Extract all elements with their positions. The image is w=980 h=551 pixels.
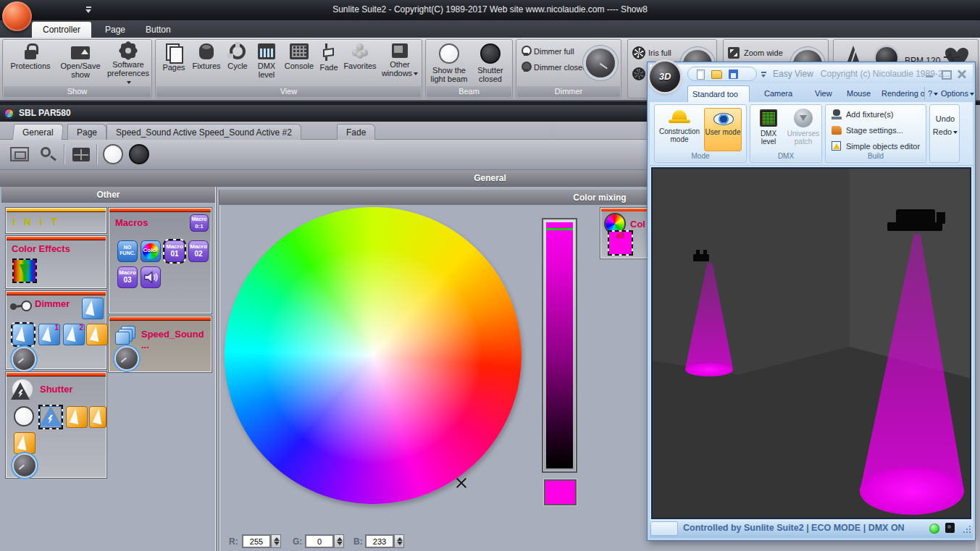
easy-view-titlebar[interactable]: Easy ViewCopyright (c) Nicolaudie 1989-2… — [650, 64, 973, 83]
color-effects-block: Color Effects — [6, 236, 106, 288]
macro-03-button[interactable]: Macro 03 — [117, 266, 138, 288]
brightness-marker[interactable] — [546, 228, 573, 230]
zoom-wide-button[interactable]: Zoom wide — [728, 49, 790, 57]
macro-no-func-button[interactable]: NO FUNC. — [117, 240, 138, 262]
pages-button[interactable]: Pages — [159, 43, 189, 72]
color-effects-icon-button[interactable] — [14, 260, 35, 282]
resize-grip[interactable] — [960, 526, 971, 536]
fixture-mini-icon[interactable] — [945, 523, 955, 533]
search-icon[interactable] — [41, 147, 51, 157]
shutter-strobe-selected-button[interactable] — [40, 406, 62, 428]
tab-page[interactable]: Page — [94, 22, 136, 38]
beam-open-toggle[interactable] — [103, 144, 123, 164]
new-document-icon[interactable] — [697, 70, 705, 80]
dimmer-knob[interactable] — [586, 49, 615, 77]
tab-controller[interactable]: Controller — [32, 22, 91, 38]
shutter-open-button[interactable] — [14, 406, 34, 426]
sbl-tab-fade[interactable]: Fade — [337, 124, 375, 140]
ev-tab-mouse[interactable]: Mouse — [839, 85, 878, 102]
cycle-button[interactable]: Cycle — [224, 43, 251, 70]
ev-group-label-build: Build — [826, 151, 925, 161]
macro-01-button-selected[interactable]: Macro 01 — [164, 240, 185, 262]
save-icon[interactable] — [729, 70, 738, 79]
ev-dmx-level-button[interactable]: DMX level — [753, 108, 784, 151]
g-spinner[interactable] — [334, 534, 344, 548]
dimmer-preset-2-button[interactable]: 2 — [63, 324, 85, 345]
brightness-slider[interactable] — [542, 218, 577, 473]
close-button[interactable] — [957, 70, 967, 78]
open-save-show-button[interactable]: Open/Save show — [56, 43, 104, 79]
app-logo-icon[interactable] — [2, 1, 32, 31]
ev-tab-view[interactable]: View — [808, 85, 839, 102]
sbl-tab-page[interactable]: Page — [67, 124, 106, 140]
color-effects-title: Color Effects — [7, 240, 106, 257]
protections-button[interactable]: Protections — [6, 43, 55, 70]
qat-dropdown-icon[interactable] — [761, 71, 767, 78]
software-preferences-button[interactable]: Software preferences — [106, 43, 151, 86]
beam-closed-toggle[interactable] — [129, 144, 149, 164]
color-wheel[interactable] — [225, 207, 522, 504]
shutter-fx1-button[interactable] — [66, 406, 88, 428]
console-button[interactable]: Console — [282, 43, 317, 70]
shutter-level-knob[interactable] — [14, 455, 35, 476]
macro-sound-button[interactable] — [141, 266, 161, 288]
status-minibox[interactable] — [650, 521, 678, 536]
iris-closed-icon[interactable] — [632, 67, 645, 80]
redo-button[interactable]: Redo — [930, 128, 960, 136]
shutter-fx2-button[interactable] — [89, 406, 106, 428]
dimmer-preset-fx-button[interactable] — [86, 324, 108, 345]
sbl-tab-speed-sound[interactable]: Speed_Sound Active Speed_Sound Active #2 — [106, 124, 301, 140]
tab-button[interactable]: Button — [135, 22, 182, 38]
sbl-tab-general[interactable]: General — [12, 124, 64, 140]
r-input[interactable] — [242, 534, 271, 548]
minimize-button[interactable] — [925, 70, 935, 78]
macro-color-button[interactable]: Color — [141, 240, 161, 262]
fixture-head-icon — [199, 43, 214, 59]
speaker-icon — [143, 269, 159, 285]
show-light-beam-button[interactable]: Show the light beam — [429, 43, 469, 83]
dimmer-preset-header-button[interactable] — [82, 298, 104, 319]
b-spinner[interactable] — [394, 534, 404, 548]
g-input[interactable] — [305, 534, 334, 548]
right-scroll-strip[interactable] — [976, 105, 980, 551]
undo-button[interactable]: Undo — [930, 115, 960, 123]
layout-grid-icon[interactable] — [72, 148, 90, 161]
dimmer-preset-selected-button[interactable] — [12, 324, 34, 345]
init-button[interactable]: I N I T — [6, 208, 106, 233]
dmx-level-button[interactable]: DMX level — [251, 43, 282, 79]
iris-full-button[interactable]: Iris full — [632, 49, 690, 57]
dimmer-full-button[interactable]: Dimmer full — [521, 47, 587, 56]
speed-sound-knob[interactable] — [116, 348, 138, 369]
dimmer-closed-button[interactable]: Dimmer closed — [521, 63, 593, 72]
ribbon-group-view: Pages Fixtures Cycle DMX level Console F… — [155, 39, 422, 98]
r-spinner[interactable] — [271, 534, 281, 548]
options-menu[interactable]: Options — [938, 85, 977, 102]
user-mode-button-selected[interactable]: User mode — [704, 108, 742, 151]
dimmer-level-knob[interactable] — [13, 348, 35, 370]
macro-corner-button[interactable]: Macro 0:1 — [190, 214, 209, 232]
compress-view-icon[interactable] — [10, 147, 29, 161]
open-folder-icon[interactable] — [711, 70, 722, 79]
b-label: B: — [353, 537, 363, 547]
dimmer-preset-1-button[interactable]: 1 — [38, 324, 60, 345]
universes-patch-button[interactable]: Universes patch — [787, 108, 820, 151]
speed-sound-icon — [115, 326, 137, 346]
ev-tab-rendering[interactable]: Rendering o — [874, 85, 932, 102]
ev-group-undo: Undo Redo — [929, 104, 960, 163]
shutter-closed-button[interactable]: Shutter closed — [471, 43, 510, 83]
fixtures-button[interactable]: Fixtures — [189, 43, 224, 70]
construction-mode-button[interactable]: Construction mode — [657, 108, 702, 151]
macro-02-button[interactable]: Macro 02 — [188, 240, 209, 262]
ev-tab-camera[interactable]: Camera — [757, 85, 800, 102]
ev-tab-standard-toolbar[interactable]: Standard too — [687, 85, 750, 102]
b-input[interactable] — [365, 534, 394, 548]
color-wheel-icon[interactable] — [606, 214, 624, 233]
fade-button[interactable]: Fade — [317, 43, 341, 72]
shutter-fx3-button[interactable] — [14, 432, 35, 454]
universe-patch-icon — [794, 109, 813, 127]
maximize-button[interactable] — [941, 70, 951, 78]
color-all-swatch-selected[interactable]: all — [609, 232, 632, 254]
other-windows-button[interactable]: Other windows — [379, 43, 421, 77]
3d-viewport[interactable] — [651, 167, 971, 519]
favorites-button[interactable]: Favorites — [341, 43, 379, 70]
